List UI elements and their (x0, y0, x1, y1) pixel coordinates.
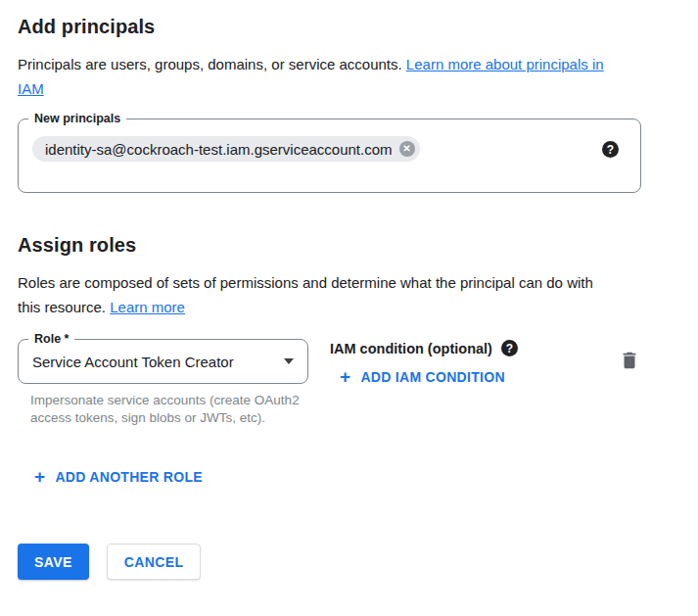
add-another-role-label: ADD ANOTHER ROLE (55, 469, 203, 485)
save-button[interactable]: SAVE (18, 544, 89, 580)
iam-condition-help-icon[interactable]: ? (501, 340, 518, 356)
delete-role-button[interactable] (618, 349, 641, 372)
principals-description-text: Principals are users, groups, domains, o… (18, 56, 402, 72)
page-title: Add principals (18, 14, 641, 39)
dropdown-arrow-icon (284, 358, 294, 364)
principal-chip[interactable]: identity-sa@cockroach-test.iam.gservicea… (32, 136, 420, 162)
assign-roles-title: Assign roles (18, 232, 641, 258)
principal-chip-text: identity-sa@cockroach-test.iam.gservicea… (45, 141, 393, 158)
add-principals-panel: Add principals Principals are users, gro… (0, 0, 698, 580)
roles-description: Roles are composed of sets of permission… (18, 270, 605, 319)
trash-icon (619, 350, 640, 371)
new-principals-field[interactable]: New principals identity-sa@cockroach-tes… (18, 118, 641, 193)
add-another-role-button[interactable]: + ADD ANOTHER ROLE (26, 465, 210, 489)
cancel-button[interactable]: CANCEL (107, 544, 202, 580)
role-row: Role * Service Account Token Creator Imp… (18, 339, 641, 426)
plus-icon: + (34, 470, 45, 484)
role-column: Role * Service Account Token Creator Imp… (18, 339, 308, 426)
iam-condition-column: IAM condition (optional) ? + ADD IAM CON… (330, 339, 518, 426)
role-select[interactable]: Role * Service Account Token Creator (18, 339, 308, 384)
role-helper-text: Impersonate service accounts (create OAu… (30, 392, 308, 426)
new-principals-help-icon[interactable]: ? (602, 141, 619, 158)
panel-content: Add principals Principals are users, gro… (18, 14, 641, 580)
roles-description-text: Roles are composed of sets of permission… (18, 274, 593, 315)
plus-icon: + (340, 370, 350, 384)
learn-more-roles-link[interactable]: Learn more (110, 299, 185, 315)
add-iam-condition-button[interactable]: + ADD IAM CONDITION (332, 365, 513, 389)
new-principals-label: New principals (28, 111, 126, 126)
delete-column (618, 339, 641, 426)
role-selected-value: Service Account Token Creator (32, 354, 234, 370)
add-iam-condition-label: ADD IAM CONDITION (360, 369, 504, 385)
iam-condition-label: IAM condition (optional) (330, 341, 492, 356)
iam-condition-label-row: IAM condition (optional) ? (330, 340, 518, 356)
action-buttons: SAVE CANCEL (18, 544, 641, 580)
principals-description: Principals are users, groups, domains, o… (18, 52, 632, 101)
role-label: Role * (28, 331, 74, 347)
chip-remove-icon[interactable]: ✕ (399, 141, 415, 157)
